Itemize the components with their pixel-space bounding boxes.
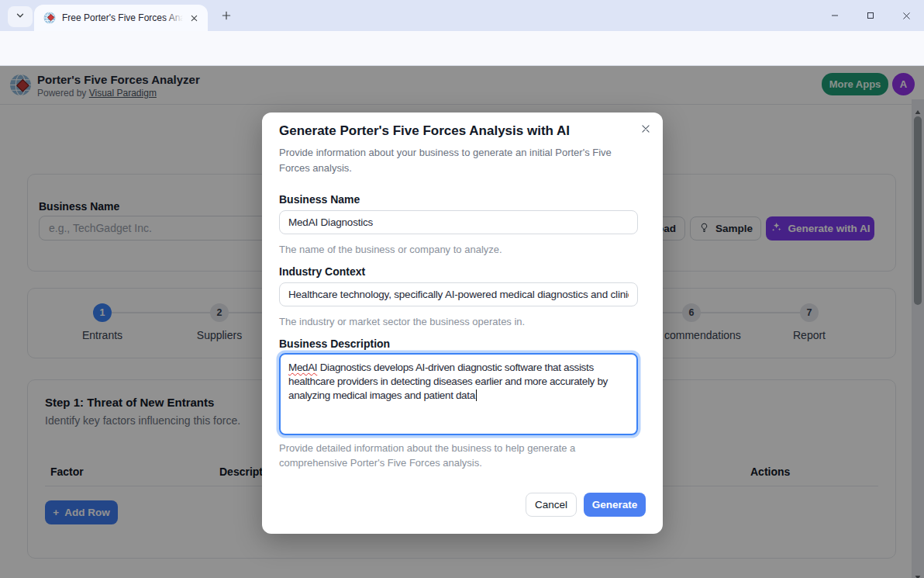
description-line-3: analyzing medical images and patient dat… [288,389,629,403]
tab-title: Free Porter's Five Forces Analyz [62,12,183,25]
browser-tab[interactable]: Free Porter's Five Forces Analyz [34,5,208,31]
cancel-button[interactable]: Cancel [526,493,577,517]
modal-industry-help: The industry or market sector the busine… [279,315,640,330]
modal-business-name-input[interactable] [279,210,638,234]
tab-search-button[interactable] [8,6,33,27]
close-window-button[interactable] [888,0,924,31]
tab-close-icon[interactable] [188,12,201,25]
generate-button[interactable]: Generate [584,493,646,517]
description-line-1: MedAI Diagnostics develops AI-driven dia… [288,361,629,375]
modal-close-icon[interactable] [638,121,653,137]
maximize-button[interactable] [853,0,888,31]
modal-subtitle: Provide information about your business … [279,145,640,175]
window-controls [817,0,924,31]
modal-description-label: Business Description [279,337,390,350]
site-favicon-icon [43,12,56,27]
new-tab-button[interactable] [219,8,234,23]
minimize-button[interactable] [817,0,853,31]
generate-ai-modal: Generate Porter's Five Forces Analysis w… [262,112,663,534]
screen: Free Porter's Five Forces Analyz ai-t [0,0,924,578]
tab-strip: Free Porter's Five Forces Analyz [0,0,924,31]
modal-business-name-help: The name of the business or company to a… [279,243,640,258]
modal-industry-label: Industry Context [279,265,365,278]
modal-industry-input[interactable] [279,282,638,306]
modal-description-help: Provide detailed information about the b… [279,441,640,471]
modal-title: Generate Porter's Five Forces Analysis w… [279,123,570,139]
description-line-2: healthcare providers in detecting diseas… [288,375,629,389]
chevron-down-icon [15,10,26,24]
browser-toolbar: ai-toolbox.visual-paradigm.com/app/porte… [0,31,924,66]
modal-description-textarea[interactable]: MedAI Diagnostics develops AI-driven dia… [279,353,638,435]
modal-business-name-label: Business Name [279,193,360,206]
text-caret [476,389,478,401]
